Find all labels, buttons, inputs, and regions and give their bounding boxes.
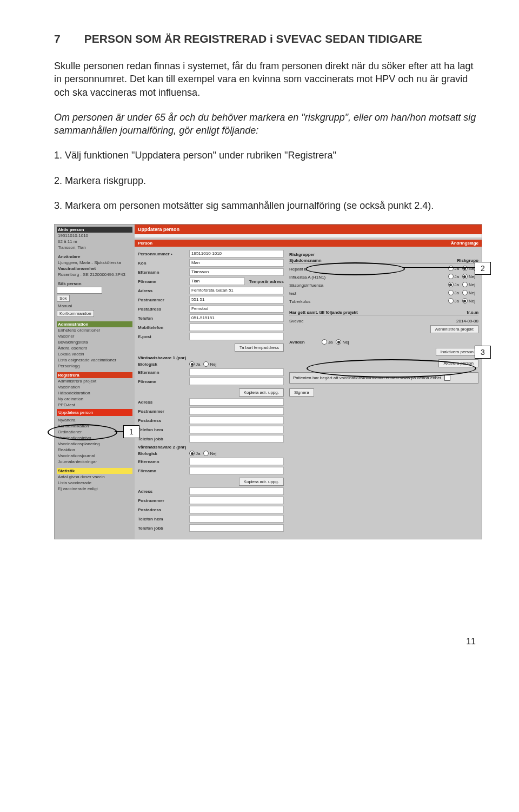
value-g2-eft[interactable] xyxy=(189,458,284,465)
label-g1-th: Telefon hem xyxy=(138,427,189,432)
risk-ja[interactable]: Ja xyxy=(448,290,459,295)
label-bio1: Biologisk xyxy=(138,362,189,367)
value-efternamn[interactable]: Tiansson xyxy=(189,268,284,276)
sidebar-stat-item[interactable]: Ej vaccinerade enligt xyxy=(57,486,132,492)
sidebar-reg-item[interactable]: Administrera projekt xyxy=(57,378,132,384)
value-telefon[interactable]: 051-515151 xyxy=(189,314,284,322)
risk-ja[interactable]: Ja xyxy=(448,282,459,287)
remove-tempaddr-button[interactable]: Ta bort tempaddress xyxy=(235,344,284,352)
value-g2-for[interactable] xyxy=(189,467,284,474)
para-1: Skulle personen redan finnas i systemet,… xyxy=(54,60,481,99)
risk-nej[interactable]: Nej xyxy=(462,266,475,271)
sidebar-stat-item[interactable]: Antal givna doser vaccin xyxy=(57,474,132,480)
label-g1-eft: Efternamn xyxy=(138,370,189,375)
radio-bio2-nej[interactable]: Nej xyxy=(203,451,216,456)
value-g2-th[interactable] xyxy=(189,515,284,523)
radio-bio2-ja[interactable]: Ja xyxy=(189,451,200,456)
sidebar-admin-item[interactable]: Vacciner xyxy=(57,333,132,339)
risk-nej[interactable]: Nej xyxy=(462,274,475,279)
value-mobil[interactable] xyxy=(189,324,284,331)
sidebar-admin-item[interactable]: Personlogg xyxy=(57,363,132,369)
guardian1-head: Vårdnadshavare 1 (pnr) xyxy=(138,355,284,360)
value-g2-pnm[interactable] xyxy=(189,497,284,504)
risk-nej[interactable]: Nej xyxy=(462,282,475,287)
admin-project-button[interactable]: Administrera projekt xyxy=(430,325,478,333)
sidebar-search-button[interactable]: Sök xyxy=(57,295,70,302)
value-g1-th[interactable] xyxy=(189,426,284,433)
value-g1-pad[interactable] xyxy=(189,417,284,424)
consent-from: fr.o.m xyxy=(441,310,478,315)
value-kon[interactable]: Man xyxy=(189,259,284,267)
sidebar-admin-item[interactable]: Enhetens ordinationer xyxy=(57,327,132,333)
sidebar-user-head: Användare xyxy=(57,254,132,260)
radio-bio1-ja[interactable]: Ja xyxy=(189,361,200,367)
value-postadress[interactable]: Femstad xyxy=(189,305,284,313)
value-g1-pnm[interactable] xyxy=(189,407,284,415)
list-3: 3. Markera om personen motsätter sig sam… xyxy=(54,199,481,212)
callout-2-line xyxy=(403,267,476,268)
value-g1-eft[interactable] xyxy=(189,368,284,376)
value-epost[interactable] xyxy=(189,333,284,340)
sidebar-admin-item[interactable]: Bevakningslista xyxy=(57,339,132,345)
value-g2-pad[interactable] xyxy=(189,506,284,513)
radio-avl-ja[interactable]: Ja xyxy=(322,339,332,345)
deactivate-person-button[interactable]: Inaktivera person xyxy=(436,348,478,356)
sidebar-admin-item[interactable]: Lista osignerade vaccinationer xyxy=(57,357,132,363)
consent-restrict-checkbox[interactable] xyxy=(444,375,450,381)
radio-bio1-nej[interactable]: Nej xyxy=(203,361,216,367)
value-g1-for[interactable] xyxy=(189,378,284,385)
label-adress: Adress xyxy=(138,288,189,293)
value-pnr[interactable]: 19511010-1010 xyxy=(189,250,284,258)
value-adress[interactable]: Femtoförsta Gatan 51 xyxy=(189,287,284,294)
label-postnr: Postnummer xyxy=(138,298,189,302)
radio-avl-nej[interactable]: Nej xyxy=(336,339,349,345)
sidebar-reg-item[interactable]: Hälsodeklaration xyxy=(57,390,132,396)
label-g2-adr: Adress xyxy=(138,489,189,494)
risk-row-name: Tuberkulos xyxy=(289,299,430,304)
list-1: 1. Välj funktionen "Uppdatera person" un… xyxy=(54,149,481,162)
sidebar-search-input[interactable] xyxy=(57,287,102,294)
screenshot-container: Aktiv person 19511010-1010 62 å 11 m Tia… xyxy=(54,224,481,539)
sidebar-reg-item[interactable]: Ny ordination xyxy=(57,396,132,402)
subbar-person: Person xyxy=(138,241,152,246)
value-postnr[interactable]: 551 51 xyxy=(189,296,284,303)
label-g1-pad: Postadress xyxy=(138,418,189,423)
copy-addr2-button[interactable]: Kopiera adr. uppg. xyxy=(239,478,284,486)
value-g2-tj[interactable] xyxy=(189,524,284,532)
para-2: Om personen är under 65 år och du behöve… xyxy=(54,111,481,137)
sidebar-shortcuts-button[interactable]: Kortkommandon xyxy=(57,310,94,317)
sidebar-admin-item[interactable]: Ändra lösenord xyxy=(57,345,132,351)
sidebar-reg-item[interactable]: Reaktion xyxy=(57,447,132,453)
sidebar-reg-item[interactable]: Vaccinationsjournal xyxy=(57,453,132,459)
risk-ja[interactable]: Ja xyxy=(448,274,459,279)
sidebar-reg-item[interactable]: Journalanteckningar xyxy=(57,459,132,465)
sidebar-reg-item[interactable]: Vaccination xyxy=(57,384,132,390)
value-g2-adr[interactable] xyxy=(189,487,284,495)
sidebar-admin-item[interactable]: Lokala vaccin xyxy=(57,351,132,357)
label-telefon: Telefon xyxy=(138,316,189,321)
sidebar-update-person[interactable]: Uppdatera person xyxy=(57,409,132,416)
sidebar-stat-item[interactable]: Lista vaccinerade xyxy=(57,480,132,486)
label-kon: Kön xyxy=(138,261,189,266)
value-fornamn[interactable]: Tian xyxy=(189,278,245,285)
risk-ja[interactable]: Ja xyxy=(448,266,459,271)
sidebar-active-pnr: 19511010-1010 xyxy=(57,233,132,239)
sidebar-statistics-head: Statistik xyxy=(57,468,132,474)
sidebar-unit-head: Vaccinationsenhet xyxy=(57,266,132,272)
risk-col-group: Riskgrupp xyxy=(430,258,478,263)
value-g1-adr[interactable] xyxy=(189,398,284,406)
sidebar-reg-item[interactable]: Vaccinationsplanering xyxy=(57,441,132,447)
label-avliden: Avliden xyxy=(289,340,322,345)
risk-ja[interactable]: Ja xyxy=(448,298,459,303)
sidebar-admin-head: Administration xyxy=(57,321,132,327)
risk-nej[interactable]: Nej xyxy=(462,290,475,295)
sidebar-reg-item[interactable]: PPD-test xyxy=(57,402,132,408)
heading-num: 7 xyxy=(54,32,81,45)
copy-addr1-button[interactable]: Kopiera adr. uppg. xyxy=(239,388,284,397)
sidebar-reg-item[interactable]: Ny/ändra xyxy=(57,417,132,423)
value-g1-tj[interactable] xyxy=(189,435,284,443)
risk-nej[interactable]: Nej xyxy=(462,298,475,303)
sidebar-manual-link[interactable]: Manual xyxy=(57,303,132,309)
sidebar-active-age: 62 å 11 m xyxy=(57,239,132,245)
sign-button[interactable]: Signera xyxy=(289,388,314,397)
